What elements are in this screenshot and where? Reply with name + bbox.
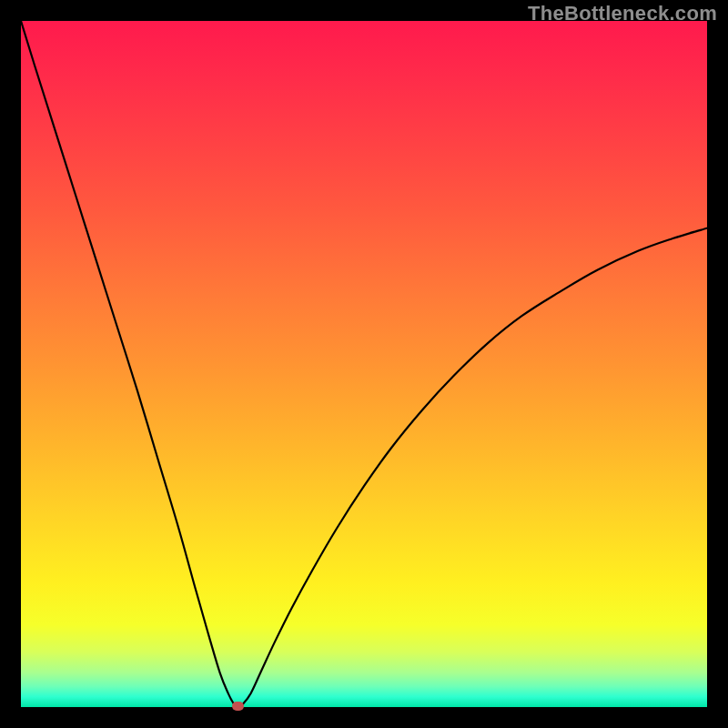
plot-area bbox=[21, 21, 707, 707]
chart-frame: TheBottleneck.com bbox=[0, 0, 728, 728]
minimum-marker bbox=[232, 702, 244, 711]
bottleneck-curve bbox=[21, 21, 707, 707]
